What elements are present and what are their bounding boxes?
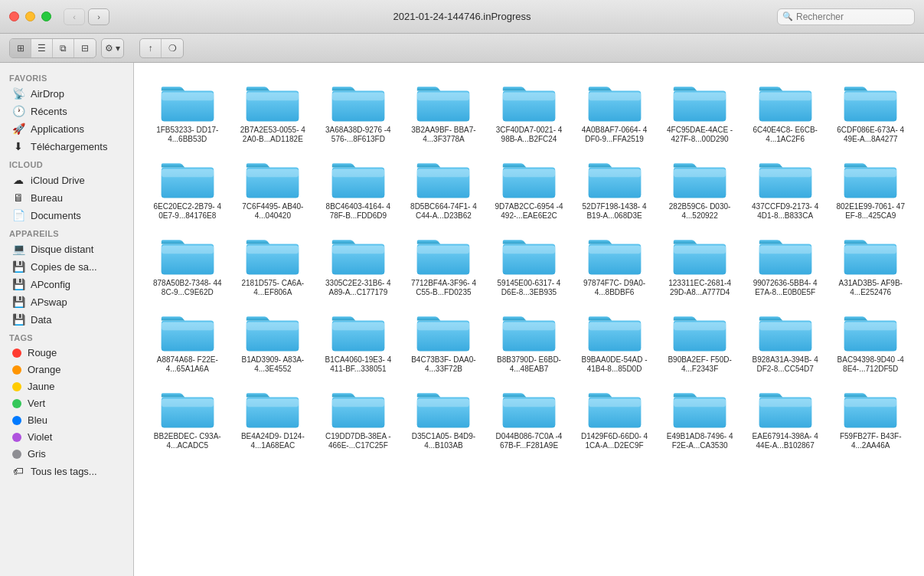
sidebar-item-copies-de-sa[interactable]: 💾 Copies de sa... [3,258,130,275]
folder-label: B8B3790D- E6BD-4...48EAB7 [495,355,563,374]
folder-item[interactable]: 2B7A2E53-0055- 42A0-B...AD1182E [232,75,315,149]
folder-grid: 1FB53233- DD17-4...6BB53D 2B7A2E53-0055-… [146,75,912,455]
folder-item[interactable]: E49B1AD8-7496- 4F2E-A...CA3530 [658,381,741,455]
tag-label-tous-les-tags: Tous les tags... [31,466,97,477]
folder-item[interactable]: B8B3790D- E6BD-4...48EAB7 [488,305,570,378]
tag-label-vert: Vert [28,398,45,409]
folder-label: 3305C2E2-31B6- 4A89-A...C177179 [324,279,393,297]
sidebar-item-tag-rouge[interactable]: Rouge [3,345,130,361]
svg-rect-59 [247,245,299,254]
folder-item[interactable]: 3A68A38D-9276 -4576-...8F613FD [317,75,400,149]
folder-item[interactable]: 282B59C6- D030-4...520922 [658,152,741,225]
folder-item[interactable]: D1429F6D-66D0- 41CA-A...D2EC9F [573,381,656,455]
sidebar-item-bureau[interactable]: 🖥 Bureau [3,189,130,206]
folder-label: 123311EC-2681-4 29D-A8...A777D4 [665,279,734,297]
sidebar-item-tag-gris[interactable]: Gris [3,446,130,462]
folder-item[interactable]: 1FB53233- DD17-4...6BB53D [146,75,229,149]
view-columns-button[interactable]: ⧉ [53,39,74,57]
folder-item[interactable]: 59145E00-6317- 4D6E-8...3EB935 [488,228,570,302]
folder-item[interactable]: 437CCFD9-2173- 44D1-8...B833CA [744,152,827,225]
sidebar-item-data-label: Data [31,314,51,326]
folder-label: 802E1E99-7061- 47EF-8...425CA9 [836,202,905,221]
folder-item[interactable]: 99072636-5BB4- 4E7A-8...E0B0E5F [744,228,827,302]
folder-item[interactable]: 878A50B2-7348- 448C-9...C9E62D [146,228,229,302]
copies-de-sa-icon: 💾 [12,260,24,273]
svg-rect-128 [674,398,726,407]
share-group: ↑ ❍ [139,38,184,58]
action-button[interactable]: ⚙ ▾ [102,39,123,57]
folder-label: 2B7A2E53-0055- 42A0-B...AD1182E [238,126,307,144]
minimize-button[interactable] [25,11,35,21]
folder-item[interactable]: A8874A68- F22E-4...65A1A6A [146,305,229,378]
folder-item[interactable]: D35C1A05- B4D9-4...B103AB [403,381,485,455]
folder-item[interactable]: 97874F7C- D9A0-4...8BDBF6 [573,228,656,302]
folder-item[interactable]: 6EC20EC2-2B79- 40E7-9...84176E8 [146,152,229,225]
svg-rect-116 [332,398,384,407]
folder-icon [843,80,898,124]
sidebar-item-tag-bleu[interactable]: Bleu [3,412,130,428]
folder-item[interactable]: B1CA4060-19E3- 4411-BF...338051 [317,305,400,378]
sidebar-item-apswap[interactable]: 💾 APswap [3,293,130,310]
folder-item[interactable]: 7C6F4495- AB40-4...040420 [232,152,315,225]
folder-item[interactable]: 9D7AB2CC-6954 -4492-...EAE6E2C [488,152,570,225]
folder-item[interactable]: BB2EBDEC- C93A-4...ACADC5 [146,381,229,455]
folder-item[interactable]: 3CF40DA7-0021- 498B-A...B2FC24 [488,75,570,149]
folder-item[interactable]: B90BA2EF- F50D-4...F2343F [658,305,741,378]
airdrop-button[interactable]: ❍ [162,39,183,57]
folder-item[interactable]: EAE67914-398A- 444E-A...B102867 [744,381,827,455]
folder-item[interactable]: 2181D575- CA6A-4...EF806A [232,228,315,302]
folder-item[interactable]: 802E1E99-7061- 47EF-8...425CA9 [829,152,912,225]
folder-item[interactable]: 3B2AA9BF- BBA7-4...3F3778A [403,75,485,149]
folder-icon [758,309,813,354]
folder-item[interactable]: 4A0B8AF7-0664- 4DF0-9...FFA2519 [573,75,656,149]
svg-rect-113 [247,398,299,407]
folder-item[interactable]: 6C40E4C8- E6CB-4...1AC2F6 [744,75,827,149]
folder-item[interactable]: 6CDF086E-673A- 449E-A...8A4277 [829,75,912,149]
folder-item[interactable]: 123311EC-2681-4 29D-A8...A777D4 [658,228,741,302]
sidebar-item-tag-orange[interactable]: Orange [3,362,130,378]
folder-item[interactable]: BE4A24D9- D124-4...1A68EAC [232,381,315,455]
applications-icon: 🚀 [12,123,24,135]
close-button[interactable] [9,11,19,21]
view-gallery-button[interactable]: ⊟ [74,39,96,57]
folder-item[interactable]: B928A31A-394B- 4DF2-8...CC54D7 [744,305,827,378]
folder-item[interactable]: 8BC46403-4164- 478F-B...FDD6D9 [317,152,400,225]
folder-item[interactable]: 52D7F198-1438- 4B19-A...068D3E [573,152,656,225]
sidebar-item-apconfig[interactable]: 💾 APconfig [3,276,130,293]
sidebar-item-tag-tous-les-tags[interactable]: 🏷Tous les tags... [3,463,130,479]
sidebar-item-icloud-drive[interactable]: ☁ iCloud Drive [3,172,130,188]
sidebar-item-downloads[interactable]: ⬇ Téléchargements [3,138,130,155]
folder-label: B928A31A-394B- 4DF2-8...CC54D7 [751,355,820,374]
folder-item[interactable]: 8D5BC664-74F1- 4C44-A...D23B62 [403,152,485,225]
nav-buttons: ‹ › [64,8,109,25]
sidebar-item-recents[interactable]: 🕐 Récents [3,103,130,119]
sidebar-item-tag-violet[interactable]: Violet [3,429,130,445]
svg-rect-62 [332,245,384,254]
sidebar-item-documents[interactable]: 📄 Documents [3,207,130,224]
folder-item[interactable]: B9BAA0DE-54AD -41B4-8...85D0D [573,305,656,378]
sidebar-item-tag-jaune[interactable]: Jaune [3,378,130,394]
view-grid-button[interactable]: ⊞ [10,39,31,57]
folder-item[interactable]: D044B086-7C0A -467B-F...F281A9E [488,381,570,455]
sidebar-item-airdrop[interactable]: 📡 AirDrop [3,85,130,102]
search-input[interactable] [777,8,915,25]
sidebar-item-data[interactable]: 💾 Data [3,311,130,328]
sidebar-item-tag-vert[interactable]: Vert [3,395,130,411]
folder-item[interactable]: 7712BF4A-3F96- 4C55-B...FD0235 [403,228,485,302]
share-button[interactable]: ↑ [140,39,162,57]
back-button[interactable]: ‹ [64,8,85,25]
forward-button[interactable]: › [88,8,109,25]
folder-label: 59145E00-6317- 4D6E-8...3EB935 [495,279,563,297]
sidebar-item-applications[interactable]: 🚀 Applications [3,120,130,137]
folder-item[interactable]: C19DD7DB-38EA -466E-...C17C25F [317,381,400,455]
folder-item[interactable]: 3305C2E2-31B6- 4A89-A...C177179 [317,228,400,302]
folder-item[interactable]: B4C73B3F- DAA0-4...33F72B [403,305,485,378]
folder-item[interactable]: F59FB27F- B43F-4...2AA46A [829,381,912,455]
sidebar-item-disque-distant[interactable]: 💻 Disque distant [3,241,130,257]
folder-item[interactable]: BAC94398-9D40 -48E4-...712DF5D [829,305,912,378]
view-list-button[interactable]: ☰ [31,39,53,57]
folder-item[interactable]: 4FC95DAE-4ACE -427F-8...00D290 [658,75,741,149]
maximize-button[interactable] [41,11,51,21]
folder-item[interactable]: B1AD3909- A83A-4...3E4552 [232,305,315,378]
folder-item[interactable]: A31AD3B5- AF9B-4...E252476 [829,228,912,302]
